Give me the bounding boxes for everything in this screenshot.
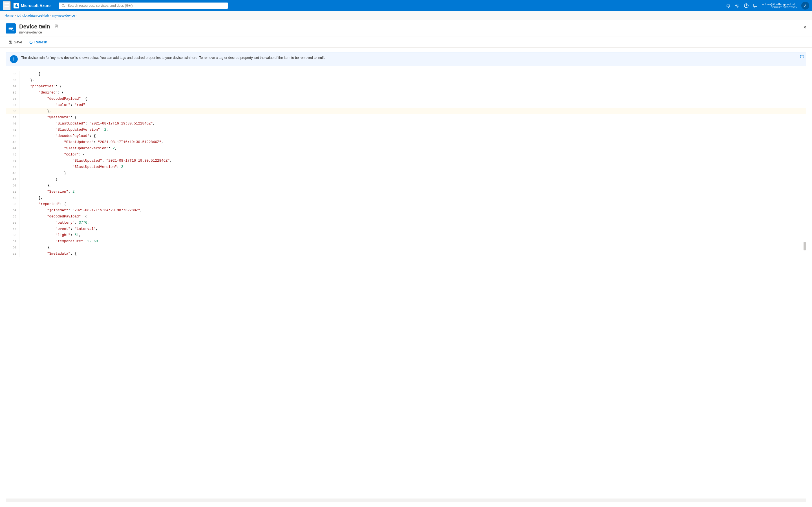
top-nav: Microsoft Azure adrian@thethingsindust..… (0, 0, 812, 11)
line-number: 43 (6, 139, 19, 145)
search-input[interactable] (67, 4, 225, 8)
svg-point-7 (737, 5, 738, 6)
save-button[interactable]: Save (6, 39, 25, 46)
info-expand-button[interactable] (800, 55, 804, 59)
line-number: 39 (6, 114, 19, 121)
hamburger-menu[interactable] (3, 1, 11, 10)
line-number: 58 (6, 232, 19, 238)
breadcrumb-sep-3: › (76, 13, 77, 17)
code-line-33: 33 }, (6, 77, 806, 83)
page-title-area: Device twin ··· my-new-device (19, 23, 806, 34)
line-number: 38 (6, 108, 19, 114)
toolbar: Save Refresh (0, 37, 812, 48)
avatar[interactable]: A (801, 2, 809, 10)
line-number: 37 (6, 102, 19, 108)
line-number: 54 (6, 207, 19, 214)
code-line-34: 34 "properties": { (6, 83, 806, 90)
more-options-button[interactable]: ··· (61, 24, 66, 30)
line-number: 47 (6, 164, 19, 170)
line-number: 48 (6, 170, 19, 176)
page-header: Device twin ··· my-new-device × (0, 20, 812, 37)
line-content: }, (22, 244, 806, 251)
line-content: "color": { (22, 152, 806, 158)
device-twin-icon (6, 23, 16, 34)
svg-rect-11 (9, 41, 11, 42)
line-number: 41 (6, 127, 19, 133)
help-button[interactable] (742, 2, 750, 10)
line-number: 52 (6, 195, 19, 201)
code-line-60: 60 }, (6, 244, 806, 251)
code-line-51: 51 "$version": 2 (6, 189, 806, 195)
code-line-45: 45 "color": { (6, 152, 806, 158)
line-number: 55 (6, 214, 19, 220)
line-content: "$metadata": { (22, 251, 806, 257)
svg-line-4 (64, 6, 65, 7)
code-line-53: 53 "reported": { (6, 201, 806, 207)
line-number: 50 (6, 182, 19, 189)
svg-rect-1 (4, 5, 9, 5)
user-area[interactable]: adrian@thethingsindust... DEFAULT DIRECT… (760, 2, 799, 9)
line-number: 45 (6, 152, 19, 158)
code-line-43: 43 "$lastUpdated": "2021-08-17T16:19:30.… (6, 139, 806, 145)
line-content: } (22, 176, 806, 182)
line-content: }, (22, 77, 806, 83)
code-line-55: 55 "decodedPayload": { (6, 214, 806, 220)
save-icon (8, 40, 12, 44)
code-line-54: 54 "joinedAt": "2021-08-17T15:34:20.9877… (6, 207, 806, 214)
refresh-button[interactable]: Refresh (26, 39, 50, 46)
code-line-59: 59 "temperature": 22.69 (6, 238, 806, 244)
line-number: 56 (6, 220, 19, 226)
breadcrumb-sep-2: › (50, 13, 51, 17)
editor-area[interactable]: 32 } 33 }, 34 "properties": { 35 "desire… (6, 71, 806, 499)
horizontal-scrollbar[interactable] (6, 499, 806, 502)
code-line-41: 41 "$lastUpdatedVersion": 2, (6, 127, 806, 133)
close-button[interactable]: × (802, 23, 808, 32)
feedback-button[interactable] (751, 2, 759, 10)
line-content: "decodedPayload": { (22, 133, 806, 139)
code-line-32: 32 } (6, 71, 806, 77)
svg-point-3 (62, 4, 64, 6)
svg-rect-2 (4, 6, 9, 7)
line-content: } (22, 71, 806, 77)
breadcrumb-home[interactable]: Home (4, 13, 13, 17)
info-icon: i (10, 55, 18, 63)
code-line-49: 49 } (6, 176, 806, 182)
code-line-52: 52 }, (6, 195, 806, 201)
line-number: 46 (6, 158, 19, 164)
line-content: "desired": { (22, 90, 806, 96)
line-number: 35 (6, 90, 19, 96)
line-content: "$version": 2 (22, 189, 806, 195)
azure-logo (13, 3, 19, 8)
line-content: "$lastUpdatedVersion": 2, (22, 127, 806, 133)
line-number: 49 (6, 176, 19, 182)
line-content: "decodedPayload": { (22, 96, 806, 102)
title-icons: ··· (54, 24, 66, 30)
user-dir: DEFAULT DIRECTORY (770, 6, 797, 9)
line-number: 34 (6, 83, 19, 90)
code-line-38: 38 }, (6, 108, 806, 114)
line-number: 36 (6, 96, 19, 102)
code-line-42: 42 "decodedPayload": { (6, 133, 806, 139)
line-number: 33 (6, 77, 19, 83)
svg-rect-6 (728, 7, 729, 8)
line-content: }, (22, 108, 806, 114)
code-line-58: 58 "light": 51, (6, 232, 806, 238)
line-number: 61 (6, 251, 19, 257)
svg-rect-5 (727, 4, 729, 4)
breadcrumb-device[interactable]: my-new-device (52, 13, 75, 17)
code-line-61: 61 "$metadata": { (6, 251, 806, 257)
line-number: 44 (6, 145, 19, 152)
line-content: "$metadata": { (22, 114, 806, 121)
search-bar[interactable] (59, 3, 228, 9)
code-line-48: 48 } (6, 170, 806, 176)
expand-icon (800, 55, 804, 59)
svg-rect-0 (4, 3, 9, 4)
notifications-button[interactable] (724, 2, 732, 10)
line-content: "battery": 3776, (22, 220, 806, 226)
line-content: "event": "interval", (22, 226, 806, 232)
breadcrumb-iothub[interactable]: iothub-adrian-test-lab (17, 13, 49, 17)
line-content: }, (22, 195, 806, 201)
settings-button[interactable] (733, 2, 741, 10)
code-line-37: 37 "color": "red" (6, 102, 806, 108)
pin-button[interactable] (54, 24, 60, 30)
